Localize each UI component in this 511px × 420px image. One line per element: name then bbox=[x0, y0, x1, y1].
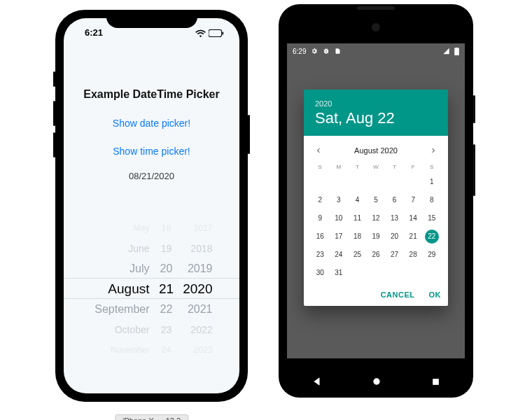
calendar-day[interactable]: 21 bbox=[404, 227, 423, 246]
picker-month[interactable]: June bbox=[85, 243, 155, 254]
calendar-day[interactable]: 17 bbox=[330, 227, 349, 246]
picker-row[interactable]: May182017 bbox=[64, 218, 239, 238]
calendar-day[interactable]: 12 bbox=[367, 209, 386, 227]
calendar-day[interactable]: 4 bbox=[348, 191, 367, 209]
weekday-header: S bbox=[311, 161, 330, 173]
calendar-day[interactable]: 2 bbox=[311, 191, 330, 209]
calendar-day[interactable]: 7 bbox=[404, 191, 423, 209]
calendar-day[interactable]: 28 bbox=[404, 246, 423, 264]
picker-row[interactable]: November242023 bbox=[64, 340, 239, 360]
picker-year[interactable]: 2019 bbox=[178, 262, 218, 275]
picker-row[interactable]: October232022 bbox=[64, 319, 239, 340]
calendar-day[interactable]: 19 bbox=[367, 227, 386, 246]
iphone-notch bbox=[106, 10, 197, 28]
prev-month-button[interactable] bbox=[314, 144, 323, 157]
ios-datepicker[interactable]: May182017June192018July202019August21202… bbox=[64, 218, 239, 360]
svg-rect-2 bbox=[210, 31, 220, 36]
calendar-day[interactable]: 8 bbox=[422, 191, 441, 209]
android-clock: 6:29 bbox=[293, 48, 306, 55]
picker-month[interactable]: November bbox=[85, 345, 155, 355]
calendar-day[interactable]: 14 bbox=[404, 209, 423, 227]
calendar-day[interactable]: 15 bbox=[422, 209, 441, 227]
calendar-day bbox=[385, 264, 404, 282]
calendar-day[interactable]: 22 bbox=[422, 227, 441, 246]
calendar-day[interactable]: 26 bbox=[367, 246, 386, 264]
svg-rect-0 bbox=[209, 29, 222, 36]
calendar-week: 3031 bbox=[311, 264, 441, 282]
picker-day[interactable]: 21 bbox=[155, 281, 178, 297]
calendar-day[interactable]: 5 bbox=[367, 191, 386, 209]
picker-day[interactable]: 20 bbox=[155, 262, 178, 275]
calendar-day[interactable]: 29 bbox=[422, 246, 441, 264]
show-time-picker-button[interactable]: Show time picker! bbox=[64, 146, 239, 157]
picker-day[interactable]: 23 bbox=[155, 324, 178, 335]
dialog-headline-date[interactable]: Sat, Aug 22 bbox=[315, 109, 437, 127]
file-icon bbox=[335, 48, 341, 55]
picker-day[interactable]: 18 bbox=[155, 223, 178, 233]
calendar-day bbox=[330, 173, 349, 191]
calendar-day bbox=[367, 264, 386, 282]
battery-icon bbox=[209, 29, 224, 37]
picker-year[interactable]: 2018 bbox=[178, 243, 218, 254]
calendar-week: 1 bbox=[311, 173, 441, 191]
picker-month[interactable]: September bbox=[85, 303, 155, 316]
signal-icon bbox=[442, 48, 450, 55]
calendar-day[interactable]: 25 bbox=[348, 246, 367, 264]
picker-day[interactable]: 22 bbox=[155, 303, 178, 316]
calendar-day bbox=[422, 264, 441, 282]
picker-year[interactable]: 2022 bbox=[178, 324, 218, 335]
calendar-day[interactable]: 11 bbox=[348, 209, 367, 227]
calendar-day[interactable]: 3 bbox=[330, 191, 349, 209]
picker-month[interactable]: July bbox=[85, 262, 155, 275]
calendar-day[interactable]: 27 bbox=[385, 246, 404, 264]
calendar-day bbox=[404, 264, 423, 282]
svg-rect-4 bbox=[433, 379, 439, 385]
chevron-right-icon bbox=[430, 147, 437, 154]
calendar-day[interactable]: 9 bbox=[311, 209, 330, 227]
chevron-left-icon bbox=[315, 147, 322, 154]
picker-month[interactable]: May bbox=[85, 223, 155, 233]
gear-icon bbox=[311, 48, 318, 55]
calendar-day[interactable]: 20 bbox=[385, 227, 404, 246]
picker-year[interactable]: 2020 bbox=[178, 281, 218, 297]
show-date-picker-button[interactable]: Show date picker! bbox=[64, 118, 239, 129]
ok-button[interactable]: OK bbox=[429, 290, 442, 299]
picker-year[interactable]: 2023 bbox=[178, 345, 218, 355]
calendar-day[interactable]: 18 bbox=[348, 227, 367, 246]
nav-back-icon[interactable] bbox=[312, 377, 322, 386]
android-date-dialog: 2020 Sat, Aug 22 August 2020 SMTWTFS 123… bbox=[304, 90, 448, 306]
svg-point-3 bbox=[373, 378, 379, 384]
cancel-button[interactable]: CANCEL bbox=[381, 290, 415, 299]
picker-row[interactable]: September222021 bbox=[64, 299, 239, 319]
calendar-day bbox=[348, 264, 367, 282]
picker-day[interactable]: 24 bbox=[155, 345, 178, 355]
calendar-day[interactable]: 31 bbox=[330, 264, 349, 282]
calendar-day[interactable]: 13 bbox=[385, 209, 404, 227]
battery-icon bbox=[454, 48, 459, 55]
calendar-day[interactable]: 6 bbox=[385, 191, 404, 209]
calendar-day[interactable]: 1 bbox=[422, 173, 441, 191]
picker-row[interactable]: August212020 bbox=[64, 279, 239, 299]
nav-home-icon[interactable] bbox=[372, 377, 382, 386]
picker-month[interactable]: October bbox=[85, 324, 155, 335]
nav-recent-icon[interactable] bbox=[431, 377, 440, 386]
dialog-year[interactable]: 2020 bbox=[315, 99, 437, 108]
calendar-day[interactable]: 16 bbox=[311, 227, 330, 246]
wifi-icon bbox=[195, 29, 206, 37]
calendar-day bbox=[385, 173, 404, 191]
picker-month[interactable]: August bbox=[85, 281, 155, 297]
picker-row[interactable]: July202019 bbox=[64, 258, 239, 279]
picker-day[interactable]: 19 bbox=[155, 243, 178, 254]
calendar-week: 23242526272829 bbox=[311, 246, 441, 264]
weekday-header: T bbox=[385, 161, 404, 173]
picker-year[interactable]: 2021 bbox=[178, 303, 218, 316]
calendar-day[interactable]: 10 bbox=[330, 209, 349, 227]
picker-row[interactable]: June192018 bbox=[64, 238, 239, 258]
calendar-day[interactable]: 30 bbox=[311, 264, 330, 282]
calendar-day[interactable]: 24 bbox=[330, 246, 349, 264]
selected-date-label: 08/21/2020 bbox=[64, 171, 239, 181]
next-month-button[interactable] bbox=[428, 144, 438, 157]
calendar-day[interactable]: 23 bbox=[311, 246, 330, 264]
picker-year[interactable]: 2017 bbox=[178, 223, 218, 233]
weekday-header: S bbox=[422, 161, 441, 173]
